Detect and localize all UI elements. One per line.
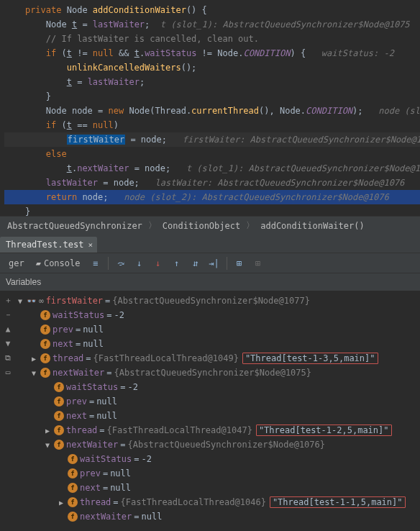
variable-value: null — [141, 512, 162, 522]
chevron-right-icon: 〉 — [145, 219, 160, 232]
console-tab-button[interactable]: ▰ Console — [32, 258, 85, 268]
move-up-button[interactable]: ▲ — [1, 322, 14, 335]
variable-row[interactable]: f waitStatus = -2 — [16, 308, 420, 322]
variable-row[interactable]: ▼f nextWaiter = {AbstractQueuedSynchroni… — [16, 366, 420, 380]
variable-name: nextWaiter — [80, 512, 132, 522]
debug-tab-row: ThreadTest.test × — [0, 235, 420, 253]
variables-tree[interactable]: ▼👓∞ firstWaiter = {AbstractQueuedSynchro… — [16, 291, 420, 531]
code-line[interactable]: else — [4, 147, 420, 161]
variable-row[interactable]: ▼👓∞ firstWaiter = {AbstractQueuedSynchro… — [16, 294, 420, 308]
variable-row[interactable]: f waitStatus = -2 — [16, 452, 420, 466]
breadcrumb-item[interactable]: addConditionWaiter() — [257, 221, 368, 231]
variable-value-highlighted: "Thread[test-1-2,5,main]" — [256, 425, 392, 436]
variable-row[interactable]: ▶f thread = {FastThreadLocalThread@1049}… — [16, 351, 420, 366]
expand-arrow-icon[interactable]: ▶ — [57, 499, 65, 507]
expand-arrow-icon[interactable]: ▶ — [29, 355, 38, 363]
move-down-button[interactable]: ▼ — [1, 337, 14, 350]
field-icon: f — [54, 440, 64, 450]
code-line[interactable]: } — [4, 204, 420, 216]
field-icon: f — [54, 411, 64, 421]
expand-arrow-icon[interactable]: ▼ — [16, 297, 24, 305]
variable-name: thread — [80, 497, 111, 507]
variable-name: next — [52, 339, 73, 349]
chevron-right-icon: 〉 — [243, 219, 257, 232]
code-line[interactable]: Node node = new Node(Thread.currentThrea… — [4, 104, 420, 118]
variable-row[interactable]: f waitStatus = -2 — [16, 380, 420, 394]
breadcrumb-item[interactable]: ConditionObject — [160, 221, 243, 231]
code-line[interactable]: t = lastWaiter; — [4, 75, 420, 89]
variable-row[interactable]: ▶f thread = {FastThreadLocalThread@1047}… — [16, 423, 420, 437]
variable-row[interactable]: f prev = null — [16, 322, 420, 337]
code-line[interactable]: private Node addConditionWaiter() { — [4, 3, 420, 17]
duplicate-button[interactable]: ⧉ — [1, 351, 14, 364]
field-icon: f — [54, 425, 64, 435]
variable-value-highlighted: "Thread[test-1-1,5,main]" — [270, 496, 406, 508]
code-line[interactable]: lastWaiter = node; lastWaiter: AbstractQ… — [4, 176, 420, 190]
code-editor[interactable]: private Node addConditionWaiter() { Node… — [0, 0, 420, 216]
force-step-into-button[interactable]: ↓ — [150, 255, 166, 271]
run-to-cursor-button[interactable]: ⇥| — [206, 255, 222, 271]
expand-arrow-icon[interactable]: ▼ — [29, 369, 38, 377]
threads-view-button[interactable]: ≡ — [88, 255, 104, 271]
field-icon: f — [68, 454, 78, 464]
variable-name: waitStatus — [52, 310, 104, 320]
variable-row[interactable]: f prev = null — [16, 394, 420, 409]
variable-value: null — [96, 396, 117, 407]
debugger-tab-button[interactable]: ger — [4, 258, 29, 268]
show-watches-button[interactable]: ▭ — [1, 366, 14, 378]
field-icon: f — [68, 512, 78, 522]
breadcrumb-item[interactable]: AbstractQueuedSynchronizer — [4, 221, 145, 231]
variable-row[interactable]: f next = null — [16, 409, 420, 423]
watch-icon: 👓 — [27, 296, 37, 306]
field-icon: f — [54, 382, 64, 392]
code-line[interactable]: unlinkCancelledWaiters(); — [4, 60, 420, 75]
field-icon: f — [40, 368, 50, 378]
variable-type: {FastThreadLocalThread@1049} — [93, 353, 239, 363]
field-icon: f — [68, 497, 78, 507]
field-icon: f — [54, 396, 64, 407]
remove-watch-button[interactable]: － — [1, 308, 14, 321]
variable-name: next — [66, 411, 87, 421]
tab-label: ThreadTest.test — [6, 240, 83, 250]
variable-name: firstWaiter — [46, 296, 103, 306]
console-icon: ▰ — [36, 258, 41, 268]
more-button[interactable]: ⊞ — [250, 255, 266, 271]
variable-name: prev — [66, 396, 87, 407]
variable-value: null — [83, 339, 104, 349]
drop-frame-button[interactable]: ⇵ — [188, 255, 204, 271]
step-over-button[interactable]: ⤼ — [113, 255, 129, 271]
step-into-button[interactable]: ↓ — [132, 255, 147, 271]
variable-name: thread — [66, 425, 97, 435]
code-line[interactable]: t.nextWaiter = node; t (slot_1): Abstrac… — [4, 161, 420, 176]
variable-row[interactable]: f next = null — [16, 337, 420, 351]
expand-arrow-icon[interactable]: ▼ — [43, 441, 52, 449]
variable-row[interactable]: f prev = null — [16, 466, 420, 481]
object-icon: ∞ — [39, 296, 44, 306]
variable-type: {FastThreadLocalThread@1046} — [121, 497, 266, 507]
variables-header: Variables — [0, 273, 420, 291]
evaluate-expression-button[interactable]: ⊞ — [232, 255, 247, 271]
variables-gutter: ＋ － ▲ ▼ ⧉ ▭ — [0, 291, 16, 531]
code-line[interactable]: } — [4, 89, 420, 104]
close-icon[interactable]: × — [88, 240, 93, 250]
code-line[interactable]: firstWaiter = node; firstWaiter: Abstrac… — [4, 132, 420, 147]
variable-value: null — [96, 411, 117, 421]
code-line[interactable]: if (t == null) — [4, 118, 420, 132]
expand-arrow-icon[interactable]: ▶ — [43, 427, 52, 435]
step-out-button[interactable]: ↑ — [169, 255, 185, 271]
add-watch-button[interactable]: ＋ — [1, 294, 14, 307]
variable-name: waitStatus — [80, 454, 132, 464]
variable-row[interactable]: f next = null — [16, 481, 420, 495]
code-line[interactable]: if (t != null && t.waitStatus != Node.CO… — [4, 46, 420, 60]
code-line[interactable]: Node t = lastWaiter; t (slot_1): Abstrac… — [4, 17, 420, 32]
divider — [108, 257, 109, 270]
variable-row[interactable]: ▶f thread = {FastThreadLocalThread@1046}… — [16, 495, 420, 509]
debug-tab[interactable]: ThreadTest.test × — [0, 237, 97, 253]
code-line[interactable]: return node; node (slot_2): AbstractQueu… — [4, 190, 420, 204]
variable-value: -2 — [141, 454, 151, 464]
code-line[interactable]: // If lastWaiter is cancelled, clean out… — [4, 32, 420, 46]
variables-pane[interactable]: ＋ － ▲ ▼ ⧉ ▭ ▼👓∞ firstWaiter = {AbstractQ… — [0, 291, 420, 531]
variable-row[interactable]: f nextWaiter = null — [16, 509, 420, 524]
field-icon: f — [68, 483, 78, 493]
variable-row[interactable]: ▼f nextWaiter = {AbstractQueuedSynchroni… — [16, 437, 420, 452]
